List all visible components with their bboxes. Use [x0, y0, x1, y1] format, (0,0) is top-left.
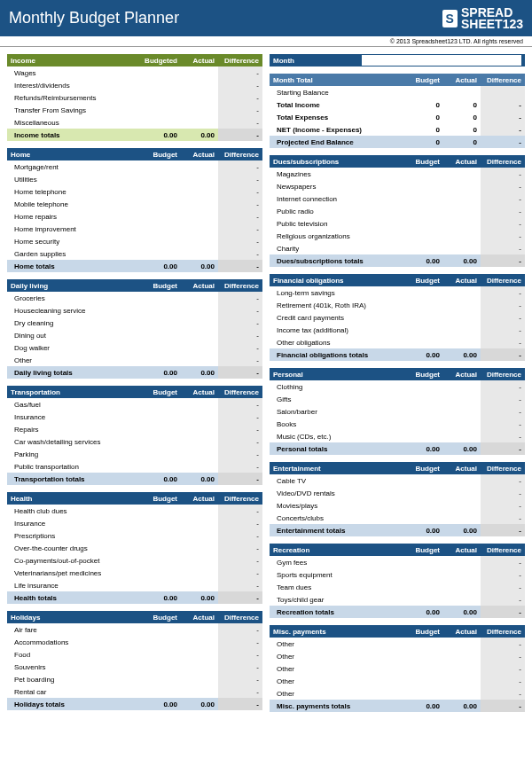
cell-budget[interactable]: [141, 91, 181, 104]
cell-budget[interactable]: [406, 568, 443, 581]
cell-actual[interactable]: [181, 423, 218, 435]
cell-budget[interactable]: [144, 398, 181, 411]
cell-actual[interactable]: [443, 662, 481, 675]
cell-budget[interactable]: [144, 304, 181, 317]
cell-budget[interactable]: [406, 581, 443, 593]
cell-actual[interactable]: [181, 567, 218, 579]
cell-budget[interactable]: [144, 210, 181, 223]
cell-budget[interactable]: [141, 116, 181, 129]
cell-budget[interactable]: [144, 160, 181, 173]
cell-actual[interactable]: [181, 554, 218, 567]
cell-budget[interactable]: [144, 292, 181, 304]
cell-actual[interactable]: [181, 354, 218, 366]
cell-actual[interactable]: [443, 474, 481, 487]
cell-budget[interactable]: [406, 336, 443, 348]
summary-budget[interactable]: [406, 86, 443, 98]
cell-actual[interactable]: [443, 299, 481, 311]
cell-actual[interactable]: [181, 398, 218, 411]
cell-budget[interactable]: [406, 242, 443, 254]
cell-budget[interactable]: [141, 79, 181, 91]
cell-actual[interactable]: [181, 160, 218, 173]
cell-budget[interactable]: [144, 448, 181, 460]
cell-actual[interactable]: [181, 104, 218, 116]
cell-actual[interactable]: [181, 67, 218, 79]
cell-budget[interactable]: [144, 423, 181, 435]
cell-actual[interactable]: [181, 529, 218, 542]
cell-budget[interactable]: [144, 673, 181, 685]
cell-budget[interactable]: [144, 411, 181, 423]
cell-actual[interactable]: [181, 517, 218, 529]
cell-actual[interactable]: [181, 247, 218, 260]
cell-budget[interactable]: [406, 556, 443, 568]
cell-actual[interactable]: [443, 336, 481, 348]
cell-actual[interactable]: [181, 116, 218, 129]
cell-budget[interactable]: [406, 405, 443, 418]
cell-budget[interactable]: [144, 505, 181, 517]
cell-budget[interactable]: [406, 418, 443, 430]
cell-actual[interactable]: [443, 512, 481, 524]
cell-budget[interactable]: [141, 67, 181, 79]
cell-budget[interactable]: [144, 623, 181, 636]
cell-actual[interactable]: [443, 675, 481, 687]
cell-actual[interactable]: [181, 448, 218, 460]
cell-actual[interactable]: [181, 198, 218, 210]
cell-budget[interactable]: [144, 636, 181, 648]
cell-actual[interactable]: [443, 192, 481, 205]
cell-actual[interactable]: [443, 687, 481, 700]
cell-actual[interactable]: [443, 499, 481, 512]
cell-budget[interactable]: [406, 675, 443, 687]
cell-actual[interactable]: [181, 91, 218, 104]
cell-budget[interactable]: [406, 180, 443, 192]
cell-actual[interactable]: [181, 648, 218, 661]
cell-actual[interactable]: [443, 286, 481, 299]
cell-budget[interactable]: [144, 341, 181, 354]
cell-budget[interactable]: [406, 487, 443, 499]
cell-actual[interactable]: [443, 593, 481, 606]
summary-actual[interactable]: [443, 86, 481, 98]
cell-budget[interactable]: [144, 529, 181, 542]
cell-actual[interactable]: [181, 223, 218, 235]
cell-budget[interactable]: [406, 324, 443, 336]
cell-actual[interactable]: [181, 185, 218, 198]
cell-actual[interactable]: [181, 673, 218, 685]
cell-actual[interactable]: [443, 217, 481, 230]
cell-actual[interactable]: [443, 405, 481, 418]
cell-budget[interactable]: [144, 185, 181, 198]
cell-actual[interactable]: [181, 435, 218, 448]
cell-actual[interactable]: [443, 650, 481, 662]
cell-actual[interactable]: [443, 180, 481, 192]
cell-actual[interactable]: [181, 329, 218, 341]
cell-budget[interactable]: [406, 499, 443, 512]
cell-actual[interactable]: [181, 341, 218, 354]
cell-actual[interactable]: [443, 581, 481, 593]
cell-budget[interactable]: [144, 435, 181, 448]
cell-budget[interactable]: [144, 517, 181, 529]
cell-budget[interactable]: [406, 168, 443, 180]
cell-actual[interactable]: [443, 324, 481, 336]
cell-budget[interactable]: [406, 593, 443, 606]
cell-budget[interactable]: [144, 223, 181, 235]
cell-budget[interactable]: [144, 460, 181, 473]
cell-actual[interactable]: [443, 556, 481, 568]
cell-budget[interactable]: [144, 329, 181, 341]
cell-actual[interactable]: [443, 168, 481, 180]
cell-actual[interactable]: [181, 235, 218, 247]
cell-actual[interactable]: [443, 311, 481, 324]
cell-budget[interactable]: [144, 173, 181, 185]
cell-actual[interactable]: [181, 304, 218, 317]
cell-actual[interactable]: [443, 638, 481, 650]
cell-actual[interactable]: [443, 487, 481, 499]
cell-budget[interactable]: [144, 354, 181, 366]
cell-budget[interactable]: [144, 579, 181, 591]
cell-budget[interactable]: [406, 380, 443, 393]
cell-actual[interactable]: [181, 173, 218, 185]
cell-actual[interactable]: [443, 568, 481, 581]
cell-actual[interactable]: [181, 210, 218, 223]
cell-actual[interactable]: [181, 460, 218, 473]
cell-budget[interactable]: [144, 661, 181, 673]
cell-budget[interactable]: [406, 638, 443, 650]
cell-budget[interactable]: [144, 317, 181, 329]
cell-budget[interactable]: [144, 198, 181, 210]
cell-budget[interactable]: [144, 685, 181, 698]
cell-actual[interactable]: [443, 230, 481, 242]
